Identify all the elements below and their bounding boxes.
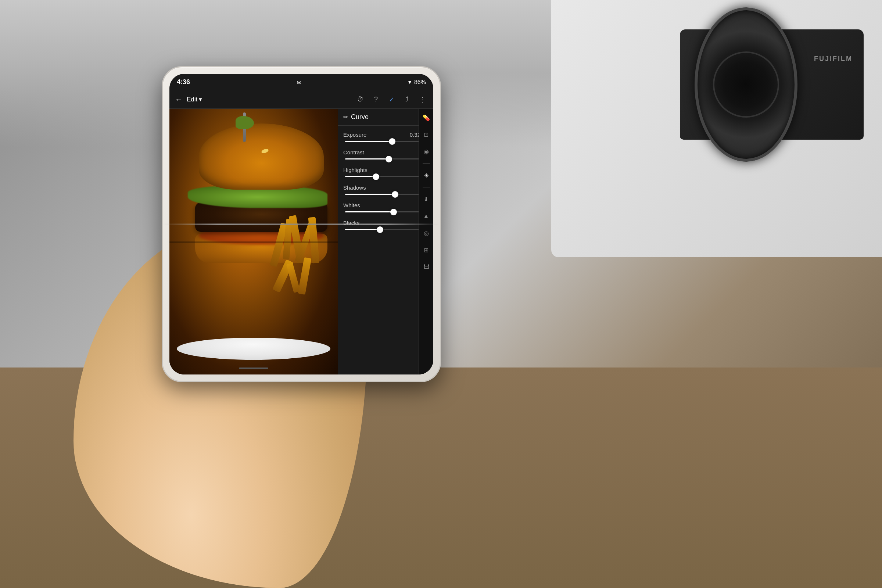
curve-pencil-icon: ✏ [343,114,348,120]
status-icons: ▾ 86% [408,79,426,86]
status-time: 4:36 [177,78,190,86]
edit-panel: ✏ Curve ⊙ Exposure 0.32EV [338,109,433,375]
blacks-fill [345,229,380,230]
status-bar: 4:36 ✉ ▾ 86% [170,74,433,90]
edit-text: Edit [187,96,197,103]
contrast-fill [345,158,389,159]
sidebar-effects-icon[interactable]: ▲ [421,211,432,221]
fries-area [272,212,330,285]
right-sidebar: 💊 ⊡ ◉ ☀ 🌡 ▲ ◎ ⊞ 🎞 [418,109,433,375]
highlights-fill [345,176,376,177]
exposure-track[interactable] [345,141,426,142]
sidebar-crop-icon[interactable]: ⊡ [421,129,432,140]
more-icon[interactable]: ⋮ [417,96,428,104]
background-scene: FUJIFILM 4:36 ✉ ▾ 86% ← Edit [0,0,882,588]
phone-fold-line [163,224,440,225]
curve-label[interactable]: Curve [351,113,369,121]
highlights-track[interactable] [345,176,426,177]
share-icon[interactable]: ⤴ [401,96,412,103]
sidebar-divider [423,163,430,164]
highlights-label: Highlights [343,167,368,173]
whites-fill [345,212,394,212]
check-icon[interactable]: ✓ [386,96,397,104]
blacks-thumb[interactable] [376,226,383,233]
bun-top [199,123,324,190]
camera-brand: FUJIFILM [814,55,853,63]
photo-area [170,109,338,375]
contrast-label: Contrast [343,149,364,156]
sidebar-filmroll-icon[interactable]: 🎞 [421,262,432,272]
camera-lens-inner [713,51,779,118]
toolbar: ← Edit ▾ ⏱ ? ✓ ⤴ ⋮ [170,90,433,109]
sidebar-light-icon[interactable]: ☀ [421,170,432,180]
main-content: ✏ Curve ⊙ Exposure 0.32EV [170,109,433,375]
camera: FUJIFILM [643,8,864,191]
whites-track[interactable] [345,212,426,212]
highlights-thumb[interactable] [373,174,379,180]
shadows-fill [345,194,395,195]
bun-sesame [261,148,269,154]
help-icon[interactable]: ? [370,96,381,103]
whites-label: Whites [343,202,360,208]
contrast-track[interactable] [345,158,426,159]
screen-fold [170,241,338,243]
sidebar-circle-icon[interactable]: ◉ [421,146,432,156]
sidebar-geometry-icon[interactable]: ⊞ [421,245,432,255]
status-message-icon: ✉ [297,80,302,85]
shadows-label: Shadows [343,184,366,191]
sidebar-divider-2 [423,187,430,188]
wifi-icon: ▾ [408,79,411,86]
edit-dropdown-icon: ▾ [199,96,202,103]
sidebar-color-icon[interactable]: 🌡 [421,194,432,204]
phone-device: 4:36 ✉ ▾ 86% ← Edit ▾ ⏱ ? ✓ ⤴ ⋮ [162,66,441,382]
contrast-thumb[interactable] [386,156,392,162]
fry [286,263,300,293]
bottom-handle [239,368,268,369]
whites-thumb[interactable] [390,209,397,215]
sidebar-lens-icon[interactable]: ◎ [421,228,432,238]
history-icon[interactable]: ⏱ [355,96,366,103]
shadows-track[interactable] [345,194,426,195]
blacks-label: Blacks [343,220,359,226]
back-button[interactable]: ← [175,95,182,104]
plate [177,338,330,360]
shadows-thumb[interactable] [392,191,398,198]
pickle [236,116,254,129]
camera-lens [694,8,798,162]
battery-level: 86% [414,79,426,86]
exposure-label: Exposure [343,132,366,138]
blacks-track[interactable] [345,229,426,230]
sidebar-heal-icon[interactable]: 💊 [421,112,432,123]
edit-label[interactable]: Edit ▾ [187,96,202,103]
exposure-fill [345,141,392,142]
exposure-thumb[interactable] [389,138,395,145]
